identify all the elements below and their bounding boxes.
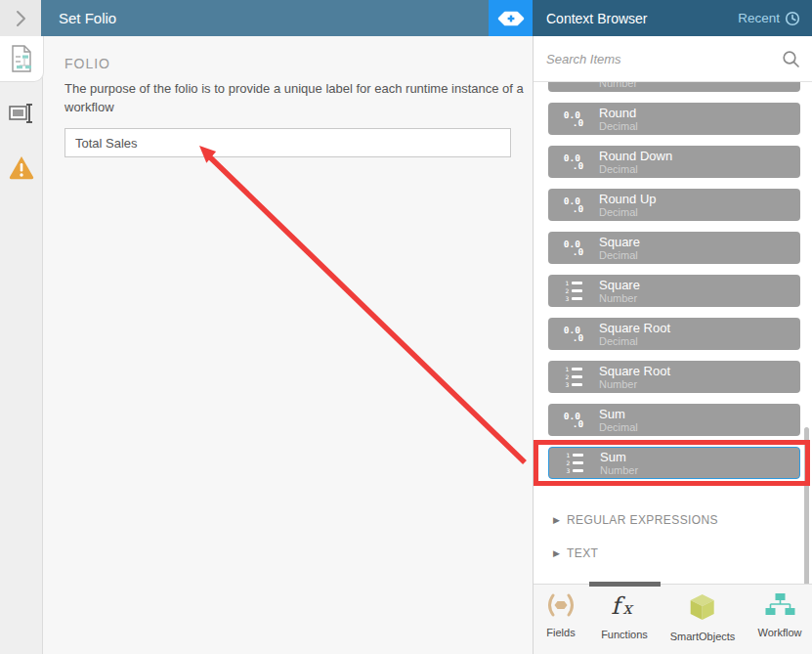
function-item-subtitle: Decimal	[599, 335, 670, 348]
function-item-subtitle: Decimal	[599, 206, 657, 219]
tag-plus-icon	[496, 10, 526, 27]
tab-label: Fields	[546, 627, 575, 638]
top-header: Set Folio Context Browser Recent	[0, 0, 812, 36]
sidebar-item-warnings[interactable]	[0, 144, 43, 190]
function-item-square-root-decimal[interactable]: 0.0.0Square RootDecimal	[548, 318, 800, 350]
decimal-icon: 0.0.0	[548, 197, 599, 213]
step-title-bar: Set Folio	[41, 0, 489, 36]
function-item-round-decimal[interactable]: 0.0.0RoundDecimal	[548, 103, 800, 135]
function-item-subtitle: Decimal	[599, 120, 638, 133]
function-item-square-decimal[interactable]: 0.0.0SquareDecimal	[548, 232, 800, 264]
function-item-subtitle: Number	[599, 292, 640, 305]
context-browser-tabbar: FieldsfxFunctionsSmartObjectsWorkflow	[534, 584, 812, 654]
context-browser-header: Context Browser Recent	[533, 0, 812, 36]
tab-functions[interactable]: fxFunctions	[601, 593, 648, 640]
function-item-subtitle: Number	[600, 464, 638, 477]
function-item-subtitle: Decimal	[599, 163, 672, 176]
add-field-button[interactable]	[489, 0, 533, 36]
function-item-sum-number[interactable]: 123SumNumber	[548, 447, 800, 479]
number-icon: 123	[549, 453, 600, 474]
step-title: Set Folio	[59, 10, 116, 26]
scrollbar-thumb[interactable]	[804, 427, 809, 586]
workflow-step-icon	[9, 44, 34, 73]
function-item-title: Sum	[599, 407, 638, 421]
context-browser-panel: Number 0.0.0RoundDecimal0.0.0Round DownD…	[533, 36, 812, 654]
section-label: REGULAR EXPRESSIONS	[567, 513, 718, 527]
function-item-partial[interactable]: Number	[548, 82, 800, 92]
function-item-title: Sum	[600, 450, 638, 464]
search-icon	[782, 50, 800, 68]
chevron-right-icon	[11, 8, 30, 29]
sidebar-item-text-properties[interactable]	[0, 90, 43, 136]
expand-triangle-icon: ▶	[553, 548, 567, 558]
warning-icon	[8, 154, 35, 180]
function-item-title: Round Down	[599, 149, 672, 163]
function-item-title: Square Root	[599, 321, 670, 335]
sidebar-item-step-config[interactable]	[0, 36, 44, 82]
number-icon: 123	[548, 281, 599, 302]
fields-icon	[543, 593, 578, 621]
functions-icon: fx	[608, 593, 641, 623]
workflow-designer-window: Set Folio Context Browser Recent	[0, 0, 812, 654]
recent-label: Recent	[738, 11, 780, 25]
decimal-icon: 0.0.0	[548, 111, 599, 127]
step-config-panel: FOLIO The purpose of the folio is to pro…	[44, 36, 533, 654]
search-bar	[534, 36, 812, 82]
section-label: TEXT	[567, 546, 598, 560]
expand-triangle-icon: ▶	[553, 515, 567, 525]
function-list: Number 0.0.0RoundDecimal0.0.0Round DownD…	[534, 82, 812, 582]
tab-label: Workflow	[757, 627, 801, 638]
section-text[interactable]: ▶TEXT	[548, 537, 800, 570]
function-item-sum-decimal[interactable]: 0.0.0SumDecimal	[548, 404, 800, 436]
recent-button[interactable]: Recent	[738, 11, 800, 26]
clock-icon	[785, 11, 800, 26]
search-input[interactable]	[546, 52, 782, 66]
left-icon-sidebar	[0, 36, 43, 654]
function-item-subtitle: Number	[599, 82, 637, 90]
folio-input[interactable]	[64, 128, 511, 157]
decimal-icon: 0.0.0	[548, 413, 599, 428]
decimal-icon: 0.0.0	[548, 240, 599, 256]
workflow-icon	[764, 593, 795, 621]
function-item-square-root-number[interactable]: 123Square RootNumber	[548, 361, 800, 393]
tab-smartobjects[interactable]: SmartObjects	[670, 593, 736, 642]
section-regular-expressions[interactable]: ▶REGULAR EXPRESSIONS	[548, 503, 800, 537]
tab-fields[interactable]: Fields	[543, 593, 578, 638]
decimal-icon: 0.0.0	[548, 327, 599, 342]
folio-heading: FOLIO	[64, 56, 110, 71]
function-item-round-down-decimal[interactable]: 0.0.0Round DownDecimal	[548, 146, 800, 178]
collapse-panel-button[interactable]	[0, 0, 41, 36]
function-item-title: Round Up	[599, 192, 657, 206]
function-item-title: Square	[599, 278, 640, 292]
decimal-icon: 0.0.0	[548, 154, 599, 170]
selected-tab-indicator	[589, 582, 661, 587]
function-item-title: Round	[599, 106, 638, 120]
text-field-icon	[8, 102, 35, 125]
context-browser-title: Context Browser	[546, 11, 647, 26]
function-item-subtitle: Decimal	[599, 421, 638, 434]
tab-label: Functions	[601, 629, 648, 640]
folio-description: The purpose of the folio is to provide a…	[64, 79, 528, 116]
function-item-title: Square Root	[599, 364, 670, 378]
smartobjects-icon	[688, 593, 717, 625]
tab-workflow[interactable]: Workflow	[757, 593, 801, 638]
function-item-round-up-decimal[interactable]: 0.0.0Round UpDecimal	[548, 189, 800, 221]
number-icon: 123	[548, 367, 599, 388]
svg-text:x: x	[622, 598, 634, 618]
function-item-subtitle: Decimal	[599, 249, 640, 262]
tab-label: SmartObjects	[670, 631, 736, 642]
function-item-square-number[interactable]: 123SquareNumber	[548, 275, 800, 307]
function-item-title: Square	[599, 235, 640, 249]
function-item-subtitle: Number	[599, 378, 670, 391]
